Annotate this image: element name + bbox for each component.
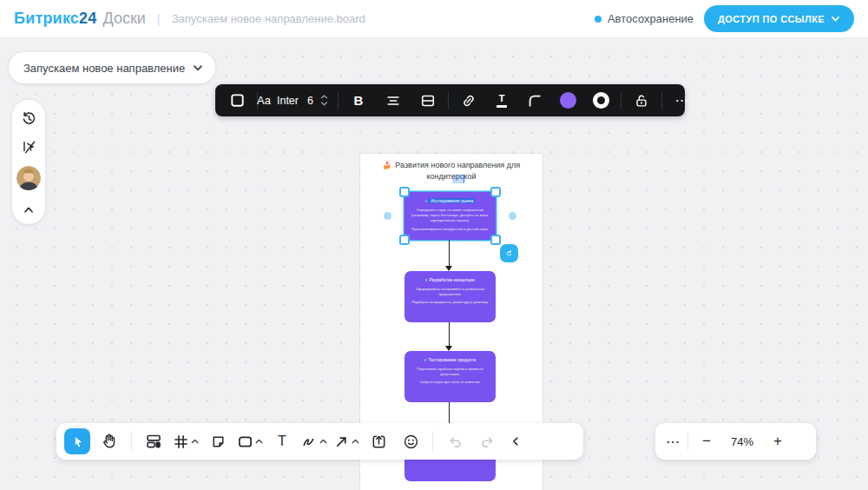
- selection-handle-top-right[interactable]: [490, 187, 501, 197]
- text-color-bar: [496, 105, 507, 108]
- flow-box-testing[interactable]: Тестирование продукта Подготовить пробны…: [404, 351, 496, 402]
- history-clock-icon: [21, 110, 37, 127]
- undo-button[interactable]: [442, 428, 468, 454]
- avatar-image: [16, 166, 41, 190]
- font-family-selector[interactable]: Aa Inter: [266, 89, 289, 112]
- lock-button[interactable]: [630, 89, 653, 112]
- flow-box-research[interactable]: Исследование рынка Определить спрос на н…: [404, 192, 496, 240]
- emoji-tool-button[interactable]: [398, 428, 424, 454]
- selected-text: Исследование рынка: [429, 198, 475, 203]
- bitrix24-logo[interactable]: Битрикс24: [14, 10, 96, 28]
- text-align-button[interactable]: [382, 89, 404, 112]
- collapse-toolbar-button[interactable]: [506, 428, 525, 454]
- text-color-icon: T: [496, 94, 507, 108]
- zoom-level[interactable]: 74%: [725, 435, 760, 448]
- redo-icon: [479, 434, 496, 450]
- flow-box-body: Определить спрос на новое направление (н…: [411, 208, 490, 224]
- stroke-color-button[interactable]: [589, 89, 612, 112]
- flow-box-body: Проанализировать конкурентов в данной ни…: [411, 227, 490, 232]
- board-selector-dropdown[interactable]: Запускаем новое направление: [9, 52, 215, 83]
- logo-text-primary: Битрикс: [14, 10, 79, 27]
- left-sidebar: [12, 100, 45, 224]
- corner-radius-icon: [527, 93, 542, 109]
- sticker-tool-button[interactable]: [205, 428, 231, 454]
- collapse-sidebar-button[interactable]: [19, 200, 38, 219]
- bullet-dot-icon: [425, 200, 428, 202]
- layout-tool-button[interactable]: [141, 428, 167, 454]
- stepper-up-icon: [320, 95, 328, 99]
- undo-icon: [447, 434, 464, 450]
- autosave-dot-icon: [595, 16, 602, 23]
- history-button[interactable]: [19, 109, 38, 128]
- text-tool-button[interactable]: T: [269, 428, 295, 454]
- upload-tool-button[interactable]: [365, 428, 391, 454]
- selection-handle-top-left[interactable]: [399, 187, 410, 197]
- chevron-down-icon: [193, 64, 203, 72]
- redo-button[interactable]: [474, 428, 500, 454]
- connector-dot-left[interactable]: [384, 212, 391, 220]
- square-shape-icon: [229, 92, 246, 109]
- fill-color-button[interactable]: [556, 89, 579, 112]
- select-tool-button[interactable]: [64, 428, 90, 454]
- flow-box-body: Сформировать ассортимент и уникальное пр…: [411, 287, 490, 297]
- arrow-up-right-icon: [333, 434, 350, 450]
- rotate-ccw-icon: [505, 248, 513, 260]
- selection-handle-bottom-right[interactable]: [490, 235, 501, 245]
- bold-button[interactable]: B: [347, 89, 370, 112]
- rotate-button[interactable]: [500, 244, 518, 262]
- chevron-up-icon: [352, 439, 359, 444]
- cursor-slash-icon: [21, 139, 37, 156]
- bitrix24-boards-app: 🍰 Развития нового направления для кондит…: [0, 0, 868, 490]
- zoom-out-button[interactable]: −: [695, 430, 718, 453]
- board-selector-label: Запускаем новое направление: [23, 62, 185, 75]
- flow-box-body: Подготовить пробные партии и провести де…: [411, 367, 490, 377]
- font-size-control[interactable]: 6: [306, 89, 329, 112]
- pan-tool-button[interactable]: [96, 428, 122, 454]
- board-filename[interactable]: Запускаем новое направление.board: [172, 12, 365, 25]
- text-color-label: T: [498, 94, 504, 104]
- selection-handle-bottom-left[interactable]: [399, 235, 410, 245]
- text-color-button[interactable]: T: [490, 89, 513, 112]
- header-divider: |: [157, 11, 161, 26]
- flow-box-title: Тестирование продукта: [411, 357, 490, 363]
- share-access-button[interactable]: ДОСТУП ПО ССЫЛКЕ: [704, 5, 854, 32]
- flow-arrow: [449, 322, 450, 347]
- canvas-more-button[interactable]: ⋯: [666, 434, 681, 450]
- flowchart-title-text: Развития нового направления для кондитер…: [395, 161, 520, 181]
- flowchart-title[interactable]: 🍰 Развития нового направления для кондит…: [372, 160, 530, 182]
- pen-tool-button[interactable]: [301, 428, 327, 454]
- connector-dot-right[interactable]: [509, 212, 516, 220]
- chevron-down-icon: [831, 16, 840, 23]
- chevron-up-icon: [22, 204, 36, 215]
- toolbar-divider: [131, 432, 132, 451]
- more-icon: ⋯: [675, 92, 690, 109]
- flow-box-body: Подобрать ингредиенты, рецептуру и упако…: [411, 300, 490, 305]
- flow-box-title-text: Тестирование продукта: [428, 357, 476, 362]
- corner-radius-button[interactable]: [523, 89, 546, 112]
- bullet-dot-icon: [424, 359, 427, 361]
- link-button[interactable]: [457, 89, 480, 112]
- shape-style-button[interactable]: [226, 89, 248, 112]
- font-sample-label: Aa: [257, 94, 271, 107]
- font-name-label: Inter: [277, 95, 299, 107]
- frame-tool-button[interactable]: [173, 428, 199, 454]
- user-avatar[interactable]: [16, 166, 41, 190]
- smiley-icon: [403, 434, 419, 450]
- hide-cursors-button[interactable]: [19, 137, 38, 156]
- flow-arrow: [449, 240, 450, 267]
- more-options-button[interactable]: ⋯: [671, 89, 694, 112]
- toolbar-divider: [661, 92, 662, 109]
- flow-box-title: Исследование рынка: [411, 198, 490, 204]
- cake-emoji-icon: 🍰: [383, 162, 391, 169]
- flow-box-concept[interactable]: Разработка концепции Сформировать ассорт…: [404, 271, 496, 322]
- share-button-label: ДОСТУП ПО ССЫЛКЕ: [718, 14, 825, 24]
- vertical-align-button[interactable]: [417, 89, 439, 112]
- font-size-stepper[interactable]: [320, 95, 328, 106]
- sticky-note-icon: [210, 434, 227, 450]
- upload-icon: [371, 434, 387, 450]
- connector-tool-button[interactable]: [333, 428, 359, 454]
- shape-tool-button[interactable]: [237, 428, 263, 454]
- app-header: Битрикс24 Доски | Запускаем новое направ…: [0, 0, 868, 38]
- text-tool-label: T: [278, 434, 286, 449]
- zoom-in-button[interactable]: +: [766, 430, 789, 453]
